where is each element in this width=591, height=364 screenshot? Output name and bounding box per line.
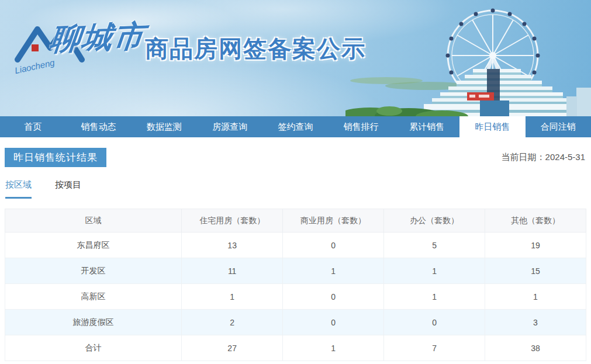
table-body: 东昌府区130519开发区111115高新区1011旅游度假区2003合计271…	[5, 233, 586, 361]
city-banner-illustration	[345, 0, 591, 116]
view-tabs: 按区域按项目	[5, 179, 586, 199]
table-header-cell: 其他（套数）	[485, 209, 586, 233]
value-cell: 1	[182, 284, 283, 310]
table-header-cell: 住宅用房（套数）	[182, 209, 283, 233]
region-cell: 合计	[5, 335, 182, 361]
value-cell: 0	[283, 233, 384, 258]
table-header-cell: 办公（套数）	[384, 209, 485, 233]
current-date-label: 当前日期：2024-5-31	[502, 152, 586, 163]
main-content: 昨日销售统计结果 当前日期：2024-5-31 按区域按项目 区域住宅用房（套数…	[0, 148, 591, 361]
value-cell: 0	[283, 284, 384, 310]
value-cell: 1	[283, 258, 384, 284]
table-row: 开发区111115	[5, 258, 586, 284]
nav-item[interactable]: 首页	[0, 116, 65, 137]
site-title: 商品房网签备案公示	[145, 33, 366, 65]
nav-item[interactable]: 数据监测	[132, 116, 197, 137]
tab[interactable]: 按区域	[5, 179, 32, 199]
region-cell: 东昌府区	[5, 233, 182, 258]
table-header-row: 区域住宅用房（套数）商业用房（套数）办公（套数）其他（套数）	[5, 209, 586, 233]
page-title: 昨日销售统计结果	[5, 148, 106, 167]
nav-item[interactable]: 昨日销售	[459, 116, 525, 137]
nav-item[interactable]: 房源查询	[197, 116, 262, 137]
nav-item[interactable]: 累计销售	[394, 116, 459, 137]
value-cell: 1	[384, 258, 485, 284]
value-cell: 1	[283, 335, 384, 361]
value-cell: 1	[384, 284, 485, 310]
table-header-cell: 商业用房（套数）	[283, 209, 384, 233]
site-banner: Liaocheng 聊城市 商品房网签备案公示	[0, 0, 591, 116]
table-row: 东昌府区130519	[5, 233, 586, 258]
table-header-cell: 区域	[5, 209, 182, 233]
sales-statistics-table: 区域住宅用房（套数）商业用房（套数）办公（套数）其他（套数） 东昌府区13051…	[5, 209, 586, 361]
value-cell: 27	[182, 335, 283, 361]
value-cell: 0	[384, 310, 485, 335]
main-nav: 首页销售动态数据监测房源查询签约查询销售排行累计销售昨日销售合同注销	[0, 116, 591, 137]
region-cell: 高新区	[5, 284, 182, 310]
nav-item[interactable]: 签约查询	[262, 116, 328, 137]
value-cell: 0	[283, 310, 384, 335]
table-row: 旅游度假区2003	[5, 310, 586, 335]
value-cell: 2	[182, 310, 283, 335]
nav-item[interactable]: 销售排行	[329, 116, 394, 137]
value-cell: 19	[485, 233, 586, 258]
value-cell: 13	[182, 233, 283, 258]
city-name: 聊城市	[48, 16, 147, 60]
nav-item[interactable]: 合同注销	[526, 116, 591, 137]
tab[interactable]: 按项目	[55, 179, 81, 199]
table-row: 合计271738	[5, 335, 586, 361]
value-cell: 3	[485, 310, 586, 335]
value-cell: 15	[485, 258, 586, 284]
region-cell: 旅游度假区	[5, 310, 182, 335]
table-row: 高新区1011	[5, 284, 586, 310]
value-cell: 5	[384, 233, 485, 258]
region-cell: 开发区	[5, 258, 182, 284]
nav-item[interactable]: 销售动态	[65, 116, 131, 137]
value-cell: 11	[182, 258, 283, 284]
value-cell: 1	[485, 284, 586, 310]
value-cell: 7	[384, 335, 485, 361]
value-cell: 38	[485, 335, 586, 361]
